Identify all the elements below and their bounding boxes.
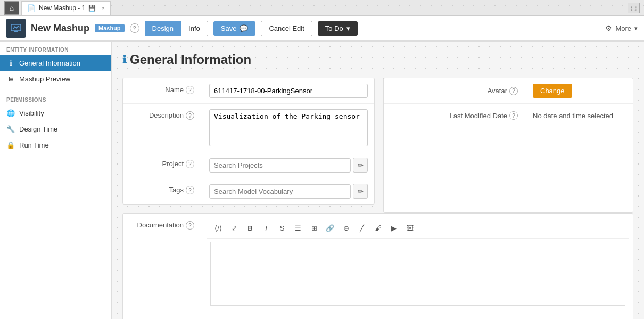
doc-editor[interactable] bbox=[210, 242, 625, 306]
app-logo bbox=[6, 19, 26, 38]
permissions-section-title: PERMISSIONS bbox=[0, 92, 111, 105]
header-help-btn[interactable]: ? bbox=[130, 23, 139, 33]
info-btn[interactable]: Info bbox=[181, 21, 208, 36]
name-field bbox=[203, 78, 374, 103]
doc-embed-btn[interactable]: ⊕ bbox=[339, 221, 353, 235]
tags-help-icon[interactable]: ? bbox=[186, 186, 194, 194]
last-modified-help-icon[interactable]: ? bbox=[509, 111, 518, 120]
name-label: Name ? bbox=[123, 78, 203, 103]
screen-icon[interactable]: ⬚ bbox=[628, 3, 640, 13]
documentation-row: Documentation ? ⟨/⟩ ⤢ B I S ☰ ⊞ 🔗 ⊕ ╱ bbox=[123, 214, 633, 319]
tags-input-group: ✏ bbox=[209, 184, 368, 199]
doc-expand-btn[interactable]: ⤢ bbox=[227, 221, 241, 235]
tab-label: New Mashup - 1 bbox=[39, 4, 85, 12]
main-layout: ENTITY INFORMATION ℹ General Information… bbox=[0, 42, 644, 319]
doc-link-btn[interactable]: 🔗 bbox=[323, 221, 337, 235]
cancel-edit-btn[interactable]: Cancel Edit bbox=[261, 21, 312, 36]
last-modified-row: Last Modified Date ? No date and time se… bbox=[384, 104, 633, 127]
header-right: ⚙ More ▾ bbox=[605, 24, 638, 32]
sidebar-item-label: Visibility bbox=[19, 109, 44, 117]
info-icon: ℹ bbox=[6, 59, 15, 67]
avatar-card: Avatar ? Change Last Modified Date ? No … bbox=[383, 78, 633, 213]
doc-code-btn[interactable]: ⟨/⟩ bbox=[211, 221, 225, 235]
sidebar-divider-1 bbox=[0, 89, 111, 89]
gear-icon[interactable]: ⚙ bbox=[605, 24, 612, 32]
doc-strike-btn[interactable]: S bbox=[275, 221, 289, 235]
project-edit-icon: ✏ bbox=[358, 161, 364, 169]
visibility-icon: 🌐 bbox=[6, 109, 15, 117]
todo-btn[interactable]: To Do ▾ bbox=[318, 21, 358, 36]
doc-image-btn[interactable]: 🖼 bbox=[403, 221, 417, 235]
doc-italic-btn[interactable]: I bbox=[259, 221, 273, 235]
tab-close-btn[interactable]: × bbox=[101, 5, 104, 11]
documentation-card: Documentation ? ⟨/⟩ ⤢ B I S ☰ ⊞ 🔗 ⊕ ╱ bbox=[122, 213, 633, 319]
description-help-icon[interactable]: ? bbox=[186, 111, 194, 120]
monitor-icon: 🖥 bbox=[6, 75, 15, 83]
tab-doc-icon: 📄 bbox=[27, 4, 36, 12]
project-input-group: ✏ bbox=[209, 158, 368, 173]
name-row: Name ? bbox=[123, 78, 374, 104]
doc-list-btn[interactable]: ☰ bbox=[291, 221, 305, 235]
change-avatar-btn[interactable]: Change bbox=[533, 84, 572, 98]
form-two-col: Name ? Description ? bbox=[122, 78, 633, 213]
description-field bbox=[203, 104, 374, 152]
entity-section-title: ENTITY INFORMATION bbox=[0, 42, 111, 55]
project-label: Project ? bbox=[123, 152, 203, 178]
sidebar-item-visibility[interactable]: 🌐 Visibility bbox=[0, 105, 111, 121]
save-icon: 💬 bbox=[240, 24, 248, 32]
documentation-field: ⟨/⟩ ⤢ B I S ☰ ⊞ 🔗 ⊕ ╱ 🖌 ▶ 🖼 bbox=[203, 214, 633, 319]
doc-bold-btn[interactable]: B bbox=[243, 221, 257, 235]
tags-row: Tags ? ✏ bbox=[123, 178, 374, 204]
doc-paint-btn[interactable]: 🖌 bbox=[371, 221, 385, 235]
sidebar-item-run-time[interactable]: 🔒 Run Time bbox=[0, 137, 111, 153]
documentation-help-icon[interactable]: ? bbox=[186, 221, 194, 230]
doc-table-btn[interactable]: ⊞ bbox=[307, 221, 321, 235]
avatar-row: Avatar ? Change bbox=[384, 78, 633, 104]
save-label: Save bbox=[221, 24, 237, 32]
save-btn[interactable]: Save 💬 bbox=[213, 21, 256, 36]
sidebar-item-label: General Information bbox=[19, 59, 80, 67]
mashup-badge: Mashup bbox=[95, 24, 125, 32]
tags-label: Tags ? bbox=[123, 178, 203, 204]
tab-save-icon: 💾 bbox=[88, 5, 96, 12]
tags-field: ✏ bbox=[203, 178, 374, 204]
tags-input[interactable] bbox=[209, 184, 351, 199]
todo-arrow-icon: ▾ bbox=[346, 24, 350, 32]
project-edit-btn[interactable]: ✏ bbox=[353, 158, 368, 173]
sidebar-item-general-information[interactable]: ℹ General Information bbox=[0, 55, 111, 71]
sidebar-item-label: Design Time bbox=[19, 125, 57, 133]
page-title-text: General Information bbox=[130, 52, 251, 67]
tags-edit-btn[interactable]: ✏ bbox=[353, 184, 368, 199]
doc-media-btn[interactable]: ▶ bbox=[387, 221, 401, 235]
project-help-icon[interactable]: ? bbox=[186, 160, 194, 168]
home-tab[interactable]: ⌂ bbox=[4, 1, 19, 15]
run-time-icon: 🔒 bbox=[6, 141, 15, 149]
home-icon: ⌂ bbox=[10, 4, 14, 12]
sidebar-item-label: Mashup Preview bbox=[19, 75, 70, 83]
tab-bar: ⌂ 📄 New Mashup - 1 💾 × ⬚ bbox=[0, 0, 644, 16]
sidebar-item-mashup-preview[interactable]: 🖥 Mashup Preview bbox=[0, 71, 111, 87]
project-row: Project ? ✏ bbox=[123, 152, 374, 178]
design-info-group: Design Info bbox=[145, 21, 208, 36]
design-time-icon: 🔧 bbox=[6, 125, 15, 133]
avatar-help-icon[interactable]: ? bbox=[509, 87, 518, 95]
header-title: New Mashup bbox=[31, 23, 89, 34]
page-title-icon: ℹ bbox=[122, 53, 127, 66]
content-area: ℹ General Information Name ? bbox=[112, 42, 644, 319]
todo-label: To Do bbox=[325, 24, 343, 32]
design-btn[interactable]: Design bbox=[145, 21, 181, 36]
last-modified-value: No date and time selected bbox=[526, 107, 633, 125]
doc-toolbar: ⟨/⟩ ⤢ B I S ☰ ⊞ 🔗 ⊕ ╱ 🖌 ▶ 🖼 bbox=[207, 218, 629, 239]
name-help-icon[interactable]: ? bbox=[186, 86, 194, 94]
more-label[interactable]: More bbox=[615, 24, 631, 32]
doc-line-btn[interactable]: ╱ bbox=[355, 221, 369, 235]
name-input[interactable] bbox=[209, 84, 368, 98]
tab-bar-right: ⬚ bbox=[628, 4, 640, 12]
last-modified-label: Last Modified Date ? bbox=[384, 105, 526, 126]
avatar-field: Change bbox=[526, 78, 633, 103]
project-input[interactable] bbox=[209, 158, 351, 173]
more-arrow-icon: ▾ bbox=[634, 25, 638, 32]
description-textarea[interactable] bbox=[209, 109, 368, 146]
sidebar-item-design-time[interactable]: 🔧 Design Time bbox=[0, 121, 111, 137]
mashup-tab[interactable]: 📄 New Mashup - 1 💾 × bbox=[21, 1, 111, 15]
